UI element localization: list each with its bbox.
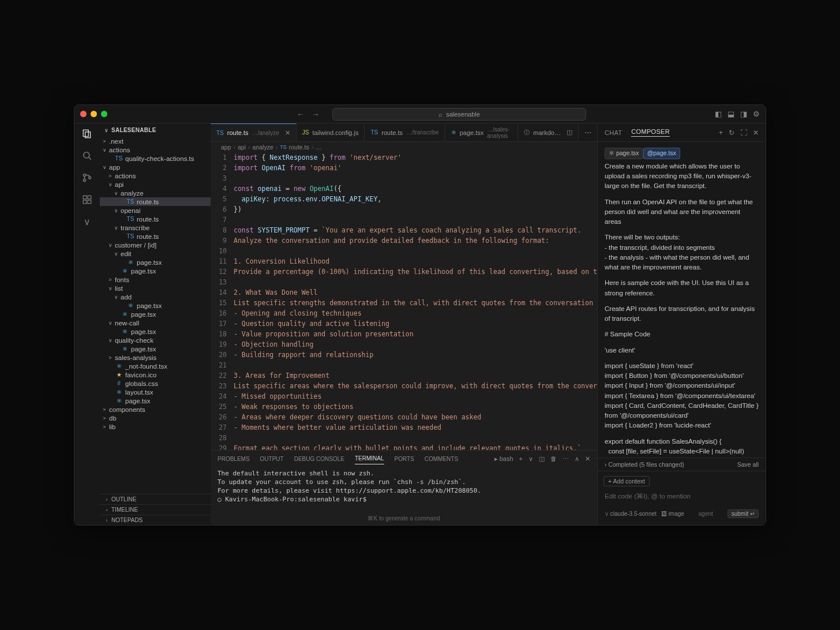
tab-markdo-[interactable]: ⓘmarkdo…◫ (518, 123, 579, 141)
file-route-ts[interactable]: TSroute.ts (100, 232, 211, 241)
file-page-tsx[interactable]: ⚛page.tsx (100, 344, 211, 353)
composer-panel: CHAT COMPOSER + ↻ ⛶ ✕ ⚛ page.tsx@page.ts… (597, 123, 766, 525)
minimize-icon[interactable] (91, 111, 97, 117)
tab-route-ts[interactable]: TSroute.ts…/transcribe (365, 123, 445, 141)
panel-tab-terminal[interactable]: TERMINAL (355, 453, 384, 464)
outline-section[interactable]: ›OUTLINE (100, 494, 211, 504)
split-icon[interactable]: ◫ (539, 455, 545, 463)
composer-input[interactable]: Edit code (⌘I), @ to mention (603, 490, 760, 509)
folder-add[interactable]: ∨add (100, 292, 211, 301)
folder-api[interactable]: ∨api (100, 180, 211, 189)
expand-icon[interactable]: ⛶ (740, 129, 747, 137)
search-icon[interactable] (81, 150, 93, 162)
file-page-tsx[interactable]: ⚛page.tsx (100, 327, 211, 336)
chevron-up-icon[interactable]: ∧ (575, 455, 579, 463)
folder-app[interactable]: ∨app (100, 163, 211, 171)
layout-left-icon[interactable]: ◧ (715, 110, 722, 118)
folder-lib[interactable]: >lib (100, 422, 211, 431)
close-icon[interactable]: ✕ (585, 455, 590, 463)
folder-analyze[interactable]: ∨analyze (100, 189, 211, 197)
status-completed[interactable]: › Completed (5 files changed) (605, 461, 684, 468)
file-page-tsx[interactable]: ⚛page.tsx (100, 267, 211, 275)
panel-tab-problems[interactable]: PROBLEMS (217, 453, 250, 464)
history-icon[interactable]: ↻ (729, 129, 734, 137)
close-icon[interactable] (80, 111, 87, 117)
image-button[interactable]: 🖼 image (661, 511, 684, 517)
code-editor[interactable]: 1234567891011121314151617181920212223242… (211, 152, 597, 450)
folder-db[interactable]: >db (100, 414, 211, 422)
mention-pill[interactable]: @page.tsx (643, 148, 680, 159)
command-search[interactable]: ⌕ salesenable (332, 108, 586, 121)
add-context-button[interactable]: + Add context (603, 476, 650, 486)
shell-badge[interactable]: ▸ bash (494, 455, 513, 463)
source-control-icon[interactable] (81, 172, 93, 183)
vscode-window: ← → ⌕ salesenable ◧ ⬓ ◨ ⚙ (74, 104, 766, 526)
search-text: salesenable (446, 111, 480, 118)
plus-icon[interactable]: + (519, 455, 523, 462)
chevron-down-icon[interactable]: ∨ (81, 216, 93, 227)
breadcrumb[interactable]: app›api›analyze›TSroute.ts›… (211, 142, 597, 152)
chevron-down-icon[interactable]: ∨ (528, 455, 533, 463)
more-icon[interactable]: ⋯ (584, 129, 591, 137)
svg-rect-10 (88, 200, 91, 204)
gear-icon[interactable]: ⚙ (753, 110, 760, 118)
panel-tab-debug-console[interactable]: DEBUG CONSOLE (294, 453, 344, 464)
explorer-icon[interactable] (81, 128, 93, 140)
file--not-found-tsx[interactable]: ⚛_not-found.tsx (100, 362, 211, 370)
close-icon[interactable]: ✕ (753, 129, 759, 137)
tab-route-ts[interactable]: TSroute.ts…/analyze✕ (211, 123, 297, 141)
file-favicon-ico[interactable]: ★favicon.ico (100, 370, 211, 379)
file-layout-tsx[interactable]: ⚛layout.tsx (100, 388, 211, 396)
folder-customer----id-[interactable]: ∨customer / [id] (100, 241, 211, 249)
file-page-tsx[interactable]: ⚛page.tsx (100, 258, 211, 267)
code-content[interactable]: import { NextResponse } from 'next/serve… (234, 152, 597, 450)
forward-icon[interactable]: → (312, 110, 320, 119)
folder--next[interactable]: >.next (100, 137, 211, 145)
folder-fonts[interactable]: >fonts (100, 275, 211, 284)
explorer-header[interactable]: ∨ SALESENABLE (100, 123, 211, 137)
timeline-section[interactable]: ›TIMELINE (100, 504, 211, 515)
folder-actions[interactable]: ∨actions (100, 145, 211, 154)
split-icon[interactable]: ◫ (567, 129, 572, 136)
more-icon[interactable]: ⋯ (562, 455, 569, 463)
maximize-icon[interactable] (101, 111, 107, 117)
file-quality-check-actions-ts[interactable]: TSquality-check-actions.ts (100, 154, 211, 163)
layout-right-icon[interactable]: ◨ (740, 110, 747, 118)
file-page-tsx[interactable]: ⚛page.tsx (100, 301, 211, 310)
panel-tab-ports[interactable]: PORTS (395, 453, 414, 464)
close-icon[interactable]: ✕ (285, 129, 290, 137)
file-page-tsx[interactable]: ⚛page.tsx (100, 310, 211, 318)
model-selector[interactable]: claude-3.5-sonnet (605, 511, 657, 517)
folder-sales-analysis[interactable]: >sales-analysis (100, 353, 211, 362)
tab-chat[interactable]: CHAT (605, 129, 622, 136)
folder-new-call[interactable]: ∨new-call (100, 318, 211, 327)
tab-composer[interactable]: COMPOSER (631, 128, 670, 137)
extensions-icon[interactable] (81, 194, 93, 205)
panel-tab-comments[interactable]: COMMENTS (425, 453, 458, 464)
terminal-output[interactable]: The default interactive shell is now zsh… (211, 467, 597, 513)
file-globals-css[interactable]: #globals.css (100, 379, 211, 388)
trash-icon[interactable]: 🗑 (550, 455, 557, 462)
line-gutter: 1234567891011121314151617181920212223242… (211, 152, 234, 450)
folder-transcribe[interactable]: ∨transcribe (100, 223, 211, 232)
folder-list[interactable]: ∨list (100, 284, 211, 292)
folder-quality-check[interactable]: ∨quality-check (100, 336, 211, 344)
file-page-tsx[interactable]: ⚛page.tsx (100, 396, 211, 405)
folder-edit[interactable]: ∨edit (100, 249, 211, 258)
tab-page-tsx[interactable]: ⚛page.tsx…/sales-analysis (445, 123, 519, 141)
plus-icon[interactable]: + (719, 129, 723, 137)
file-route-ts[interactable]: TSroute.ts (100, 197, 211, 206)
tab-tailwind-config-js[interactable]: JStailwind.config.js (297, 123, 365, 141)
notepads-section[interactable]: ›NOTEPADS (100, 515, 211, 525)
layout-bottom-icon[interactable]: ⬓ (727, 110, 734, 118)
folder-actions[interactable]: >actions (100, 171, 211, 180)
back-icon[interactable]: ← (297, 110, 305, 119)
save-all-button[interactable]: Save all (737, 461, 759, 468)
submit-button[interactable]: submit ↵ (727, 509, 759, 518)
panel-tab-output[interactable]: OUTPUT (260, 453, 284, 464)
file-pill[interactable]: ⚛ page.tsx (605, 148, 643, 159)
file-route-ts[interactable]: TSroute.ts (100, 215, 211, 223)
folder-openai[interactable]: ∨openai (100, 206, 211, 215)
search-icon: ⌕ (438, 111, 442, 118)
folder-components[interactable]: >components (100, 405, 211, 414)
